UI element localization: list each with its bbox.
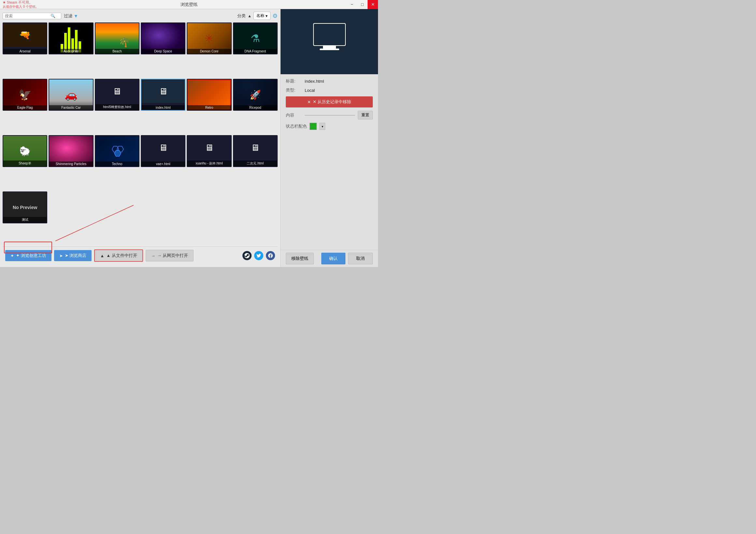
html5-monitor-icon: 🖥 — [112, 86, 122, 97]
wallpaper-label-demoncore: Demon Core — [187, 49, 231, 54]
maximize-button[interactable]: □ — [357, 0, 367, 9]
erciyuan-monitor-icon: 🖥 — [251, 142, 260, 153]
beach-palm-icon: 🌴 — [119, 37, 130, 47]
main-window: ★ Steam 不可用。 从缓存中载入 0 个壁纸。 浏览壁纸 − □ ✕ 🔍 … — [0, 0, 378, 267]
xuanhu-monitor-icon: 🖥 — [205, 142, 214, 153]
wallpaper-item-erciyuan[interactable]: 🖥 二次元.html — [233, 135, 278, 167]
twitter-social-icon[interactable] — [254, 251, 263, 260]
wallpaper-label-xuanhu: xuanhu - 副本.html — [187, 161, 231, 166]
search-input[interactable] — [5, 14, 50, 18]
wallpaper-item-retro[interactable]: Retro — [187, 79, 231, 111]
type-label: 类型: — [286, 87, 302, 93]
title-value: index.html — [305, 79, 324, 84]
content-label: 内容 — [286, 112, 302, 118]
wallpaper-label-retro: Retro — [187, 105, 231, 110]
title-bar: ★ Steam 不可用。 从缓存中载入 0 个壁纸。 浏览壁纸 − □ ✕ — [0, 0, 378, 9]
wallpaper-label-audiophile: Audiophile — [49, 49, 93, 54]
wallpaper-label-beach: Beach — [95, 49, 139, 54]
sort-section: 分类 ▲ 名称 ▾ ⚙ — [237, 12, 278, 20]
wallpaper-grid: 🔫 Arsenal Audiophile — [3, 22, 278, 246]
wallpaper-label-index: index.html — [142, 105, 185, 110]
remove-wallpaper-button[interactable]: 移除壁纸 — [286, 253, 314, 265]
wallpaper-thumb-xuanhu: 🖥 — [187, 136, 231, 159]
wallpaper-item-dna[interactable]: ⚗ DNA Fragment — [233, 22, 278, 54]
browse-workshop-button[interactable]: ✦ ✦ 浏览创意工坊 — [5, 250, 51, 261]
no-preview-text: No Preview — [13, 205, 37, 210]
wallpaper-thumb-index: 🖥 — [142, 79, 185, 103]
wallpaper-item-audiophile[interactable]: Audiophile — [48, 22, 93, 54]
steam-social-icon[interactable] — [242, 251, 252, 260]
wallpaper-item-html5[interactable]: 🖥 html5蜂窝特效.html — [95, 79, 140, 111]
confirm-button[interactable]: 确认 — [321, 253, 345, 265]
wallpaper-label-html5: html5蜂窝特效.html — [95, 104, 139, 110]
wallpaper-label-test: 测试 — [3, 217, 47, 223]
workshop-icon: ✦ — [11, 253, 14, 258]
wallpaper-item-eagleflag[interactable]: 🦅 Eagle Flag — [3, 79, 47, 111]
sort-label: 分类 — [237, 13, 246, 19]
store-icon: ➤ — [59, 253, 63, 258]
wallpaper-label-sheep: Sheep羊 — [3, 161, 47, 166]
wallpaper-thumb-html5: 🖥 — [95, 79, 139, 103]
wallpaper-item-arsenal[interactable]: 🔫 Arsenal — [3, 22, 47, 54]
open-file-button[interactable]: ▲ ▲ 从文件中打开 — [94, 249, 143, 262]
wallpaper-item-fantasticcar[interactable]: 🚗 Fantastic Car — [48, 79, 93, 111]
dna-helix-icon: ⚗ — [251, 32, 260, 45]
preview-monitor-icon — [310, 21, 349, 62]
facebook-social-icon[interactable] — [266, 251, 275, 260]
wallpaper-item-index[interactable]: 🖥 index.html — [141, 79, 185, 111]
cancel-button[interactable]: 取消 — [348, 253, 373, 265]
confirm-cancel-group: 确认 取消 — [321, 253, 373, 265]
settings-button[interactable]: ⚙ — [272, 13, 278, 19]
color-preview-swatch[interactable] — [310, 123, 317, 130]
content-slider[interactable] — [305, 115, 355, 115]
type-row: 类型: Local — [286, 87, 373, 93]
wallpaper-item-deepspace[interactable]: Deep Space — [141, 22, 185, 54]
wallpaper-label-fantasticcar: Fantastic Car — [49, 105, 93, 110]
wallpaper-thumb-vae: 🖥 — [142, 136, 185, 159]
wallpaper-label-deepspace: Deep Space — [142, 49, 185, 54]
web-icon: → — [151, 253, 155, 258]
wallpaper-label-ricepod: Ricepod — [234, 105, 277, 110]
svg-rect-4 — [314, 24, 345, 45]
close-button[interactable]: ✕ — [367, 0, 378, 9]
wallpaper-item-ricepod[interactable]: 🚀 Ricepod — [233, 79, 278, 111]
left-panel: 🔍 过滤 ▼ 分类 ▲ 名称 ▾ ⚙ — [0, 9, 280, 267]
open-web-button[interactable]: → → 从网页中打开 — [146, 250, 194, 262]
minimize-button[interactable]: − — [347, 0, 357, 9]
sort-chevron-icon: ▾ — [266, 14, 268, 18]
details-panel: 标题: index.html 类型: Local ✕ ✕ 从历史记录中移除 内容… — [281, 74, 378, 250]
browse-store-button[interactable]: ➤ ➤ 浏览商店 — [54, 250, 92, 261]
type-value: Local — [305, 88, 315, 93]
wallpaper-item-vae[interactable]: 🖥 vae+.html — [141, 135, 185, 167]
wallpaper-item-test[interactable]: No Preview 测试 — [3, 191, 47, 223]
wallpaper-item-shimmering[interactable]: Shimmering Particles — [48, 135, 93, 167]
reset-button[interactable]: 重置 — [358, 111, 373, 119]
preview-area — [281, 9, 378, 74]
right-bottom-bar: 移除壁纸 确认 取消 — [281, 250, 378, 267]
search-box[interactable]: 🔍 — [3, 13, 61, 19]
sheep-icon: 🐑 — [19, 146, 31, 157]
remove-icon: ✕ — [307, 100, 311, 105]
bottom-bar: ✦ ✦ 浏览创意工坊 ➤ ➤ 浏览商店 ▲ ▲ 从文件中打开 → → 从网页中打… — [3, 246, 278, 265]
window-controls: − □ ✕ — [347, 0, 378, 9]
wallpaper-item-techno[interactable]: Techno — [95, 135, 140, 167]
social-icons — [242, 251, 275, 260]
svg-marker-2 — [114, 150, 121, 156]
wallpaper-item-sheep[interactable]: 🐑 Sheep羊 — [3, 135, 47, 167]
remove-history-button[interactable]: ✕ ✕ 从历史记录中移除 — [286, 96, 373, 108]
wallpaper-label-techno: Techno — [95, 162, 139, 166]
techno-hexagon-svg — [109, 144, 125, 158]
title-label: 标题: — [286, 78, 302, 84]
color-dropdown-button[interactable]: ▾ — [319, 123, 325, 130]
wallpaper-item-demoncore[interactable]: ✳ Demon Core — [187, 22, 231, 54]
wallpaper-thumb-arsenal: 🔫 — [3, 23, 47, 47]
color-row: 状态栏配色 ▾ — [286, 123, 373, 130]
color-label: 状态栏配色 — [286, 123, 307, 129]
sort-value: 名称 — [256, 13, 264, 18]
car-icon: 🚗 — [65, 89, 78, 101]
filter-button[interactable]: 过滤 ▼ — [64, 13, 78, 19]
eagle-icon: 🦅 — [18, 89, 32, 101]
wallpaper-item-beach[interactable]: 🌴 Beach — [95, 22, 140, 54]
wallpaper-item-xuanhu[interactable]: 🖥 xuanhu - 副本.html — [187, 135, 231, 167]
sort-dropdown[interactable]: 名称 ▾ — [254, 12, 270, 20]
